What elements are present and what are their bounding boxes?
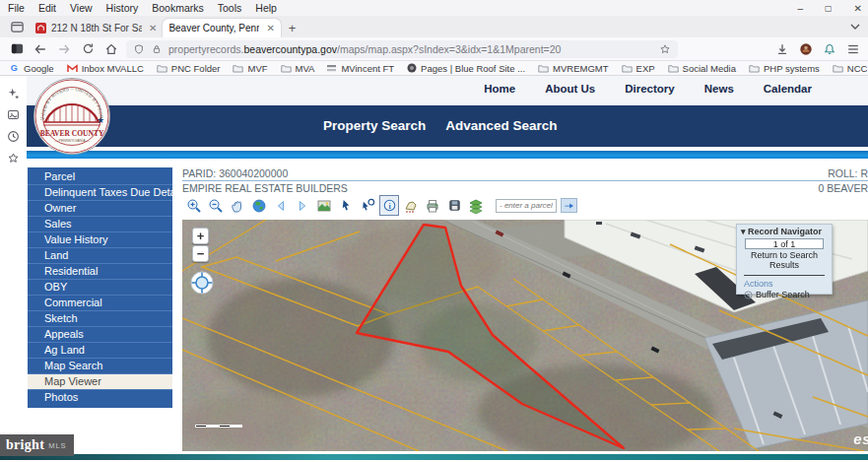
- bookmark-google[interactable]: GGoogle: [10, 63, 54, 74]
- sidebar-item-ag-land[interactable]: Ag Land: [28, 343, 172, 359]
- geolocate-icon[interactable]: [190, 271, 214, 298]
- info-tool-icon[interactable]: i: [379, 195, 399, 216]
- next-extent-icon[interactable]: [293, 195, 312, 216]
- map-zoom-in-button[interactable]: +: [192, 228, 209, 244]
- nav-calendar[interactable]: Calendar: [764, 83, 812, 95]
- menu-help[interactable]: Help: [255, 2, 277, 14]
- measure-tool-icon[interactable]: [401, 195, 421, 216]
- bookmark-mvincent[interactable]: MVincent FT: [327, 63, 394, 74]
- collapse-triangle-icon[interactable]: ▾: [741, 227, 746, 236]
- zoom-out-tool-icon[interactable]: [206, 195, 226, 216]
- sparkle-icon[interactable]: [0, 82, 27, 103]
- maximize-button[interactable]: ▢: [825, 4, 833, 13]
- print-icon[interactable]: [423, 195, 442, 216]
- save-icon[interactable]: [444, 195, 464, 216]
- nav-property-search[interactable]: Property Search: [323, 118, 426, 133]
- sidebar-item-map-viewer[interactable]: Map Viewer: [28, 374, 172, 390]
- sidebar-item-map-search[interactable]: Map Search: [28, 359, 172, 374]
- sidebar-item-land[interactable]: Land: [28, 248, 172, 264]
- bookmark-folder-mvf[interactable]: MVF: [233, 63, 267, 74]
- url-bar[interactable]: propertyrecords.beavercountypa.gov/maps/…: [126, 40, 678, 58]
- select-pointer-icon[interactable]: [336, 195, 356, 216]
- sidebar-item-value-history[interactable]: Value History: [28, 232, 172, 248]
- tab-beaver-county[interactable]: Beaver County, Pennsylvania Prope ✕: [163, 19, 280, 37]
- map-toolbar: i: [184, 195, 577, 216]
- bookmark-star-icon[interactable]: [659, 43, 671, 55]
- identify-pointer-icon[interactable]: [358, 195, 377, 216]
- sidebar-toggle-icon[interactable]: [8, 40, 26, 58]
- hamburger-menu-icon[interactable]: [846, 42, 860, 56]
- sub-navigation: Property Search Advanced Search: [323, 118, 558, 133]
- tab-listing[interactable]: 212 N 18th St For Sale, Louisvil ✕: [30, 19, 163, 37]
- sidebar-item-parcel[interactable]: Parcel: [28, 169, 172, 185]
- bookmark-folder-exp[interactable]: EXP: [622, 63, 655, 74]
- alarm-bell-icon[interactable]: [823, 42, 836, 56]
- menu-file[interactable]: File: [8, 2, 25, 14]
- previous-extent-icon[interactable]: [271, 195, 291, 216]
- bookmarks-star-icon[interactable]: [0, 147, 27, 168]
- bookmark-folder-ncc[interactable]: NCC: [833, 63, 868, 74]
- parcel-id-input[interactable]: [496, 199, 557, 213]
- tab-list-chevron-icon[interactable]: [850, 17, 860, 34]
- address-text: 0 BEAVER: [818, 182, 868, 194]
- sidebar-item-residential[interactable]: Residential: [28, 264, 172, 280]
- menu-bookmarks[interactable]: Bookmarks: [152, 2, 204, 14]
- main-panel: PARID: 360040200000 ROLL: R EMPIRE REAL …: [182, 167, 868, 194]
- close-button[interactable]: ✕: [854, 3, 862, 14]
- tab-close-icon[interactable]: ✕: [147, 23, 157, 33]
- bookmark-folder-mva[interactable]: MVA: [281, 63, 315, 74]
- bookmark-folder-mvremgmt[interactable]: MVREMGMT: [538, 63, 608, 74]
- sidebar-item-photos[interactable]: Photos: [28, 390, 172, 406]
- folder-icon: [833, 64, 843, 73]
- menu-history[interactable]: History: [106, 2, 139, 14]
- sidebar-item-appeals[interactable]: Appeals: [28, 327, 172, 343]
- map-viewport[interactable]: + − ▾ Record Navigator 1 of 1 Return to …: [182, 220, 868, 451]
- menu-tools[interactable]: Tools: [218, 2, 242, 14]
- bookmark-blueroof[interactable]: Pages | Blue Roof Site ...: [407, 63, 525, 74]
- sidebar-item-delinquent-taxes[interactable]: Delinquent Taxes Due Detail: [28, 185, 172, 201]
- sidebar-item-sales[interactable]: Sales: [28, 217, 172, 232]
- owner-text: EMPIRE REAL ESTATE BUILDERS: [182, 182, 348, 194]
- go-arrow-icon[interactable]: [561, 198, 577, 213]
- map-zoom-out-button[interactable]: −: [192, 245, 209, 262]
- firefox-sidebar-strip: [0, 76, 27, 450]
- new-tab-button[interactable]: +: [281, 21, 304, 35]
- full-extent-globe-icon[interactable]: [249, 195, 269, 216]
- menu-edit[interactable]: Edit: [38, 2, 56, 14]
- sidebar-item-commercial[interactable]: Commercial: [28, 296, 172, 311]
- nav-news[interactable]: News: [704, 83, 734, 95]
- nav-about[interactable]: About Us: [545, 83, 595, 95]
- account-avatar[interactable]: [799, 42, 813, 56]
- back-icon[interactable]: [32, 40, 49, 58]
- home-icon[interactable]: [102, 40, 120, 58]
- reload-icon[interactable]: [79, 40, 97, 58]
- nav-home[interactable]: Home: [484, 83, 515, 95]
- zoom-in-tool-icon[interactable]: [184, 195, 204, 216]
- firefox-view-icon[interactable]: [6, 18, 28, 35]
- record-position-box[interactable]: 1 of 1: [745, 238, 824, 249]
- bookmark-folder-php[interactable]: PHP systems: [749, 63, 820, 74]
- bookmark-folder-social[interactable]: Social Media: [668, 63, 736, 74]
- record-navigator-header[interactable]: ▾ Record Navigator: [737, 225, 832, 237]
- map-scale-bar: [195, 425, 242, 428]
- bookmark-folder-pnc[interactable]: PNC Folder: [157, 63, 221, 74]
- minimize-button[interactable]: –: [797, 3, 803, 14]
- sidebar-item-sketch[interactable]: Sketch: [28, 311, 172, 327]
- download-icon[interactable]: [775, 42, 789, 56]
- tab-close-icon[interactable]: ✕: [264, 23, 274, 33]
- basemap-icon[interactable]: [314, 195, 334, 216]
- nav-directory[interactable]: Directory: [625, 83, 675, 95]
- sidebar-panel-icon[interactable]: [0, 103, 27, 125]
- sidebar-item-owner[interactable]: Owner: [28, 201, 172, 217]
- menu-view[interactable]: View: [70, 2, 93, 14]
- bookmark-inbox[interactable]: Inbox MVALLC: [67, 63, 144, 74]
- return-to-results-link[interactable]: Return to Search Results: [737, 250, 832, 270]
- history-clock-icon[interactable]: [0, 125, 27, 147]
- buffer-search-link[interactable]: Buffer Search: [737, 290, 832, 299]
- pan-hand-icon[interactable]: [228, 195, 247, 216]
- nav-advanced-search[interactable]: Advanced Search: [445, 118, 557, 133]
- layers-icon[interactable]: [466, 195, 486, 216]
- sidebar-item-oby[interactable]: OBY: [28, 280, 172, 296]
- forward-icon[interactable]: [55, 40, 73, 58]
- folder-icon: [622, 64, 633, 73]
